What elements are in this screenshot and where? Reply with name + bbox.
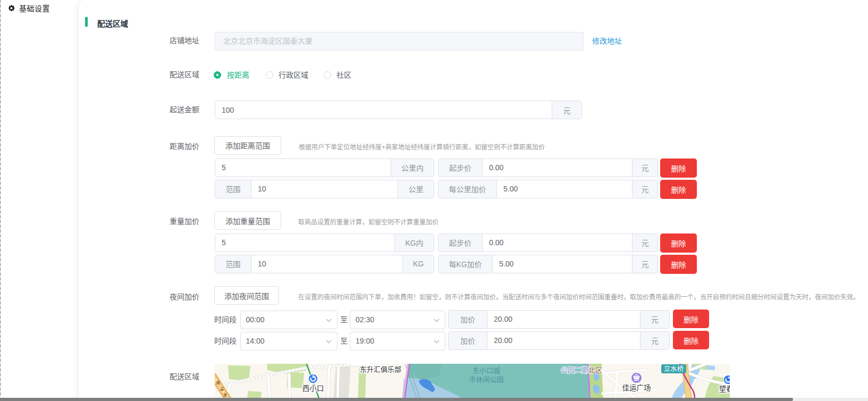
svg-text:西小口: 西小口 xyxy=(302,385,324,392)
svg-text:东小口城: 东小口城 xyxy=(472,366,500,374)
svg-text:速: 速 xyxy=(223,393,227,397)
svg-text:望春: 望春 xyxy=(719,385,730,393)
svg-text:市休闲公园: 市休闲公园 xyxy=(469,375,503,383)
svg-text:高: 高 xyxy=(220,387,224,391)
svg-text:公园二期北区: 公园二期北区 xyxy=(561,366,602,374)
svg-text:立水桥: 立水桥 xyxy=(663,365,684,373)
svg-text:佳运广场: 佳运广场 xyxy=(622,384,651,392)
svg-text:东升汇俱乐部: 东升汇俱乐部 xyxy=(359,365,401,373)
svg-text:藏: 藏 xyxy=(216,380,220,385)
